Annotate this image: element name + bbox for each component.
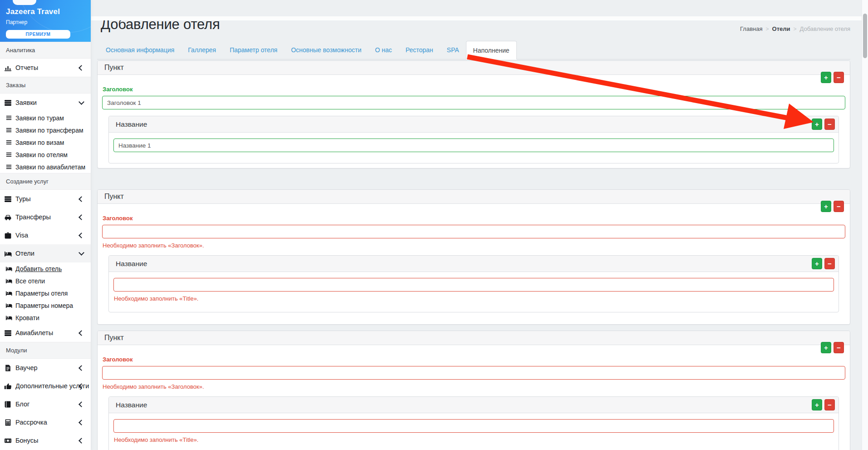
- breadcrumb: Главная>Отели>Добавление отеля: [740, 25, 850, 32]
- tab[interactable]: Параметр отеля: [223, 41, 284, 59]
- tab[interactable]: Галлерея: [181, 41, 223, 59]
- calculator-icon: [4, 419, 12, 426]
- sidebar-item-label: Заявки по трансферам: [15, 127, 83, 134]
- sidebar-subitem[interactable]: Добавить отель: [0, 262, 91, 275]
- sidebar-item-label: Заявки по авиабилетам: [15, 163, 85, 171]
- sidebar-item[interactable]: Блог: [0, 395, 91, 413]
- chart-bar-icon: [4, 64, 12, 72]
- tab[interactable]: Ресторан: [399, 41, 440, 59]
- sub-panel-title: Название: [116, 260, 147, 268]
- stack-icon: [4, 329, 12, 337]
- sidebar-item-label: Все отели: [15, 277, 45, 285]
- sub-panel: Название +− Необходимо заполнить «Title»…: [108, 396, 839, 450]
- tab[interactable]: О нас: [368, 41, 398, 59]
- top-strip: [91, 16, 868, 20]
- sidebar-subitem[interactable]: Заявки по визам: [0, 136, 91, 148]
- sidebar-item-label: Заявки по визам: [15, 139, 64, 146]
- sidebar-section-label: Аналитика: [0, 42, 91, 59]
- title-input[interactable]: [102, 366, 845, 380]
- sub-panel: Название +− Необходимо заполнить «Title»…: [108, 255, 839, 312]
- chevron-left-icon: [78, 438, 84, 444]
- sidebar-item-label: Заявки: [15, 99, 37, 106]
- breadcrumb-item[interactable]: Отели: [772, 25, 790, 32]
- sidebar-item-label: Отели: [15, 250, 34, 257]
- scrollbar-track[interactable]: [862, 0, 868, 450]
- name-input[interactable]: [113, 419, 834, 433]
- sub-panel-heading: Название +−: [109, 116, 839, 133]
- tab[interactable]: SPA: [440, 41, 466, 59]
- chevron-left-icon: [78, 420, 84, 425]
- sidebar-item[interactable]: Отчеты: [0, 59, 91, 77]
- breadcrumb-item[interactable]: Главная: [740, 25, 762, 32]
- add-button[interactable]: +: [821, 72, 831, 83]
- premium-badge[interactable]: ПРЕМИУМ: [6, 30, 70, 39]
- bed-icon: [5, 302, 12, 309]
- sidebar-subitem[interactable]: Заявки по отелям: [0, 148, 91, 161]
- sidebar-subitem[interactable]: Заявки по трансферам: [0, 124, 91, 136]
- sidebar-section-label: Модули: [0, 342, 91, 359]
- add-button[interactable]: +: [812, 258, 822, 269]
- bed-icon: [5, 277, 12, 284]
- sidebar-section-label: Заказы: [0, 77, 91, 94]
- tab[interactable]: Основные возможности: [284, 41, 368, 59]
- sidebar-item[interactable]: Трансферы: [0, 208, 91, 226]
- sidebar-item[interactable]: Visa: [0, 226, 91, 244]
- add-button[interactable]: +: [812, 119, 822, 130]
- stack-icon: [4, 195, 12, 203]
- sidebar-subitem[interactable]: Заявки по авиабилетам: [0, 161, 91, 173]
- scrollbar-thumb[interactable]: [863, 14, 867, 58]
- sidebar-item-label: Параметры номера: [15, 302, 73, 309]
- remove-button[interactable]: −: [824, 119, 835, 130]
- title-label: Заголовок: [103, 86, 845, 93]
- sidebar-item[interactable]: Туры: [0, 190, 91, 208]
- menu-lines-icon: [5, 114, 12, 121]
- sub-panel-title: Название: [116, 401, 147, 409]
- sidebar-subitem[interactable]: Параметры отеля: [0, 287, 91, 299]
- menu-lines-icon: [5, 139, 12, 146]
- tab[interactable]: Наполнение: [466, 41, 517, 59]
- add-button[interactable]: +: [812, 399, 822, 410]
- sidebar-item[interactable]: Отели: [0, 244, 91, 262]
- sidebar-item[interactable]: Заявки: [0, 94, 91, 112]
- main-content: Главная>Отели>Добавление отеля Добавлени…: [91, 16, 868, 450]
- title-input[interactable]: [102, 96, 845, 109]
- menu-lines-icon: [5, 151, 12, 158]
- add-button[interactable]: +: [821, 201, 831, 212]
- banknote-icon: [4, 437, 12, 445]
- sidebar-section-label: Создание услуг: [0, 173, 91, 190]
- add-button[interactable]: +: [821, 342, 831, 353]
- sidebar-item-label: Заявки по отелям: [15, 151, 68, 158]
- sidebar-subitem[interactable]: Параметры номера: [0, 299, 91, 312]
- sidebar-subitem[interactable]: Все отели: [0, 275, 91, 287]
- sidebar-item[interactable]: Бонусы: [0, 431, 91, 450]
- breadcrumb-separator: >: [794, 26, 797, 32]
- chevron-left-icon: [78, 401, 84, 407]
- remove-button[interactable]: −: [834, 201, 844, 212]
- title-label: Заголовок: [103, 215, 845, 222]
- sidebar-item-label: Туры: [15, 195, 31, 203]
- validation-error: Необходимо заполнить «Заголовок».: [103, 242, 845, 249]
- sub-panel-title: Название: [116, 120, 147, 129]
- thumbs-up-icon: [4, 382, 12, 390]
- book-icon: [4, 401, 12, 408]
- remove-button[interactable]: −: [834, 72, 844, 83]
- remove-button[interactable]: −: [824, 258, 835, 269]
- tab[interactable]: Основная информация: [99, 41, 181, 59]
- name-input[interactable]: [113, 138, 834, 152]
- breadcrumb-item[interactable]: Добавление отеля: [800, 25, 850, 32]
- tab-content: Пункт +− Заголовок Название +−: [97, 59, 850, 450]
- sidebar-item[interactable]: Ваучер: [0, 359, 91, 377]
- chevron-down-icon: [78, 250, 84, 256]
- sidebar-item[interactable]: Авиабилеты: [0, 324, 91, 342]
- remove-button[interactable]: −: [824, 399, 835, 410]
- voucher-icon: [4, 364, 12, 372]
- name-input[interactable]: [113, 278, 834, 292]
- sidebar-item[interactable]: Рассрочка: [0, 413, 91, 431]
- sidebar-item[interactable]: Дополнительные услуги: [0, 377, 91, 395]
- sidebar-subitem[interactable]: Кровати: [0, 312, 91, 324]
- remove-button[interactable]: −: [834, 342, 844, 353]
- bed-icon: [5, 265, 12, 272]
- title-input[interactable]: [102, 225, 845, 238]
- sidebar-subitem[interactable]: Заявки по турам: [0, 112, 91, 124]
- chevron-down-icon: [78, 99, 84, 105]
